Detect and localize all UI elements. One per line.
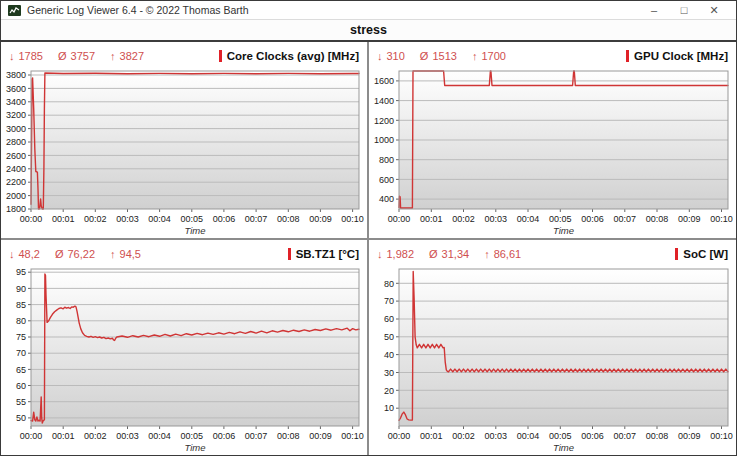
svg-text:00:04: 00:04 <box>517 431 540 441</box>
min-stat: ↓1,982 <box>377 248 414 260</box>
svg-text:70: 70 <box>16 348 26 358</box>
svg-text:3400: 3400 <box>6 97 26 107</box>
svg-text:00:05: 00:05 <box>181 431 204 441</box>
svg-text:1400: 1400 <box>374 96 394 106</box>
svg-text:Time: Time <box>184 225 205 236</box>
svg-text:00:01: 00:01 <box>420 431 443 441</box>
stats: ↓310 Ø1513 ↑1700 <box>377 50 506 62</box>
stats-row: ↓1,982 Ø31,34 ↑86,61 SoC [W] <box>369 240 736 264</box>
svg-text:60: 60 <box>16 381 26 391</box>
legend-label: GPU Clock [MHz] <box>634 50 728 62</box>
svg-text:00:09: 00:09 <box>678 214 701 224</box>
max-stat: ↑94,5 <box>110 248 141 260</box>
svg-text:75: 75 <box>16 332 26 342</box>
min-value: 1785 <box>19 50 43 62</box>
max-value: 94,5 <box>120 248 141 260</box>
svg-text:00:01: 00:01 <box>52 214 75 224</box>
svg-text:00:04: 00:04 <box>148 214 171 224</box>
sb-tz1-chart: 5055606570758085909500:0000:0100:0200:03… <box>1 264 367 455</box>
svg-text:40: 40 <box>384 350 394 360</box>
panel-gpu-clock: ↓310 Ø1513 ↑1700 GPU Clock [MHz] 4006008… <box>369 42 736 238</box>
min-arrow-icon: ↓ <box>377 248 383 260</box>
log-header: stress <box>1 20 736 42</box>
avg-value: 76,22 <box>67 248 95 260</box>
svg-text:2400: 2400 <box>6 164 26 174</box>
svg-text:00:03: 00:03 <box>116 214 139 224</box>
gpu-clock-chart-box: 400600800100012001400160000:0000:0100:02… <box>369 66 736 238</box>
legend: GPU Clock [MHz] <box>626 50 728 62</box>
max-value: 1700 <box>481 50 505 62</box>
svg-text:1800: 1800 <box>6 204 26 214</box>
min-arrow-icon: ↓ <box>377 50 383 62</box>
min-value: 48,2 <box>19 248 40 260</box>
svg-text:00:00: 00:00 <box>20 214 43 224</box>
min-value: 310 <box>387 50 405 62</box>
max-value: 86,61 <box>494 248 522 260</box>
min-value: 1,982 <box>387 248 415 260</box>
legend-color-bar <box>675 248 678 260</box>
soc-chart: 102030405060708000:0000:0100:0200:0300:0… <box>369 264 736 455</box>
svg-text:00:02: 00:02 <box>84 214 107 224</box>
svg-text:00:03: 00:03 <box>116 431 139 441</box>
charts-grid: ↓1785 Ø3757 ↑3827 Core Clocks (avg) [MHz… <box>1 42 736 455</box>
svg-text:00:05: 00:05 <box>181 214 204 224</box>
max-arrow-icon: ↑ <box>110 248 116 260</box>
svg-text:800: 800 <box>379 155 394 165</box>
max-value: 3827 <box>120 50 144 62</box>
svg-text:00:03: 00:03 <box>485 214 508 224</box>
svg-text:00:01: 00:01 <box>52 431 75 441</box>
svg-text:00:06: 00:06 <box>581 214 604 224</box>
max-arrow-icon: ↑ <box>484 248 490 260</box>
svg-text:00:06: 00:06 <box>213 214 236 224</box>
svg-text:2000: 2000 <box>6 191 26 201</box>
svg-text:00:02: 00:02 <box>84 431 107 441</box>
min-stat: ↓48,2 <box>9 248 40 260</box>
legend-color-bar <box>219 50 222 62</box>
sb-tz1-chart-box: 5055606570758085909500:0000:0100:0200:03… <box>1 264 367 455</box>
max-stat: ↑3827 <box>110 50 144 62</box>
svg-text:2600: 2600 <box>6 151 26 161</box>
log-title: stress <box>350 23 387 37</box>
legend-color-bar <box>288 248 291 260</box>
svg-text:00:00: 00:00 <box>20 431 43 441</box>
svg-text:Time: Time <box>553 225 574 236</box>
svg-text:00:04: 00:04 <box>148 431 171 441</box>
svg-text:55: 55 <box>16 397 26 407</box>
svg-text:00:10: 00:10 <box>710 431 733 441</box>
svg-text:2200: 2200 <box>6 177 26 187</box>
svg-text:20: 20 <box>384 386 394 396</box>
svg-text:80: 80 <box>16 316 26 326</box>
svg-text:Time: Time <box>184 442 205 453</box>
avg-icon: Ø <box>420 50 429 62</box>
svg-text:00:10: 00:10 <box>710 214 733 224</box>
core-clocks-chart: 1800200022002400260028003000320034003600… <box>1 66 367 238</box>
svg-text:00:09: 00:09 <box>309 431 332 441</box>
minimize-icon[interactable]: – <box>639 1 669 19</box>
window-title: Generic Log Viewer 6.4 - © 2022 Thomas B… <box>27 4 249 16</box>
avg-stat: Ø31,34 <box>429 248 469 260</box>
svg-text:00:02: 00:02 <box>452 431 475 441</box>
avg-stat: Ø3757 <box>58 50 95 62</box>
avg-value: 1513 <box>432 50 456 62</box>
svg-text:00:06: 00:06 <box>581 431 604 441</box>
min-stat: ↓310 <box>377 50 405 62</box>
svg-text:00:07: 00:07 <box>614 214 637 224</box>
svg-text:1000: 1000 <box>374 135 394 145</box>
min-arrow-icon: ↓ <box>9 50 15 62</box>
legend-label: Core Clocks (avg) [MHz] <box>227 50 359 62</box>
avg-icon: Ø <box>55 248 64 260</box>
maximize-icon[interactable]: □ <box>669 1 699 19</box>
svg-text:1600: 1600 <box>374 76 394 86</box>
svg-text:30: 30 <box>384 368 394 378</box>
svg-text:00:10: 00:10 <box>341 431 364 441</box>
svg-text:90: 90 <box>16 284 26 294</box>
panel-soc: ↓1,982 Ø31,34 ↑86,61 SoC [W] 10203040506… <box>369 240 736 455</box>
svg-text:00:08: 00:08 <box>277 214 300 224</box>
svg-text:00:10: 00:10 <box>341 214 364 224</box>
close-icon[interactable]: ✕ <box>699 1 729 19</box>
svg-text:1200: 1200 <box>374 116 394 126</box>
panel-core-clocks: ↓1785 Ø3757 ↑3827 Core Clocks (avg) [MHz… <box>1 42 367 238</box>
svg-text:00:09: 00:09 <box>678 431 701 441</box>
panel-sb-tz1: ↓48,2 Ø76,22 ↑94,5 SB.TZ1 [°C] 505560657… <box>1 240 367 455</box>
svg-text:00:03: 00:03 <box>485 431 508 441</box>
